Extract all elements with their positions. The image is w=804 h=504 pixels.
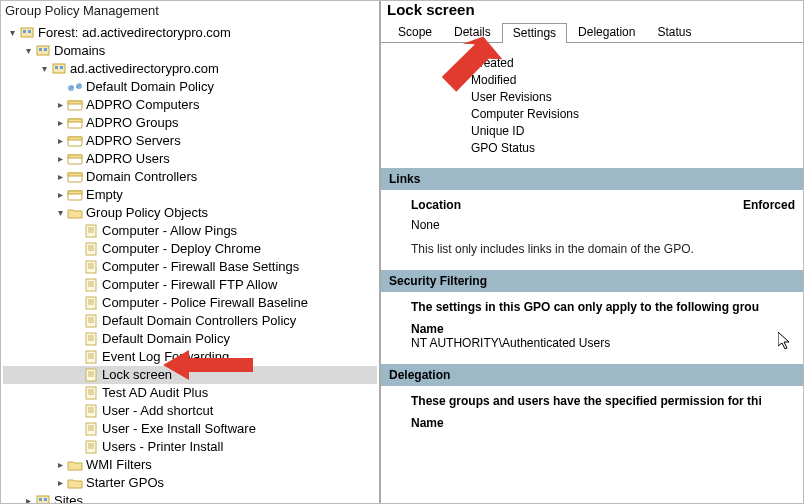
svg-rect-12 (68, 101, 82, 104)
domain-icon (51, 61, 67, 77)
chevron-down-icon[interactable]: ▾ (53, 205, 67, 221)
tab-settings[interactable]: Settings (502, 23, 567, 43)
ou-icon (67, 115, 83, 131)
svg-rect-31 (86, 261, 96, 273)
chevron-right-icon[interactable]: ▸ (53, 115, 67, 131)
tree-label: Sites (54, 491, 83, 503)
tree-gpo-item[interactable]: Users - Printer Install (3, 438, 377, 456)
tree-gpo-item[interactable]: Computer - Police Firewall Baseline (3, 294, 377, 312)
tree: ▾ Forest: ad.activedirectorypro.com ▾ Do… (1, 20, 379, 503)
svg-rect-5 (44, 48, 47, 51)
tab-strip: Scope Details Settings Delegation Status (381, 22, 803, 43)
svg-rect-71 (86, 441, 96, 453)
svg-rect-7 (55, 66, 58, 69)
svg-rect-75 (37, 496, 49, 503)
gpo-icon (83, 385, 99, 401)
tree-domains[interactable]: ▾ Domains (3, 42, 377, 60)
tab-details[interactable]: Details (443, 22, 502, 42)
section-delegation-header: Delegation (381, 364, 803, 386)
field-unique-id: Unique ID (471, 124, 795, 138)
ou-icon (67, 187, 83, 203)
tree-gpo-item[interactable]: Computer - Firewall FTP Allow (3, 276, 377, 294)
page-title: Lock screen (381, 1, 803, 20)
svg-rect-59 (86, 387, 96, 399)
svg-rect-3 (37, 46, 49, 55)
tree-forest[interactable]: ▾ Forest: ad.activedirectorypro.com (3, 24, 377, 42)
gpo-icon (83, 241, 99, 257)
ou-icon (67, 169, 83, 185)
tree-gpo-item[interactable]: Computer - Deploy Chrome (3, 240, 377, 258)
svg-rect-51 (86, 351, 96, 363)
field-created: Created (471, 56, 795, 70)
chevron-right-icon[interactable]: ▸ (53, 169, 67, 185)
chevron-down-icon[interactable]: ▾ (5, 25, 19, 41)
col-name: Name (411, 322, 795, 336)
svg-rect-63 (86, 405, 96, 417)
col-location: Location (411, 198, 743, 212)
tree-domain-controllers[interactable]: ▸ Domain Controllers (3, 168, 377, 186)
section-links-header: Links (381, 168, 803, 190)
gpo-icon (83, 295, 99, 311)
tree-adpro-computers[interactable]: ▸ ADPRO Computers (3, 96, 377, 114)
ou-icon (67, 151, 83, 167)
gpo-icon (83, 331, 99, 347)
svg-rect-77 (44, 498, 47, 501)
tree-gpo-container[interactable]: ▾ Group Policy Objects (3, 204, 377, 222)
svg-rect-23 (86, 225, 96, 237)
svg-rect-35 (86, 279, 96, 291)
tree-sites[interactable]: ▸ Sites (3, 492, 377, 503)
tree-gpo-item[interactable]: Event Log Forwarding (3, 348, 377, 366)
chevron-right-icon[interactable]: ▸ (53, 475, 67, 491)
svg-rect-16 (68, 137, 82, 140)
tree-gpo-item[interactable]: Default Domain Policy (3, 330, 377, 348)
field-computer-revisions: Computer Revisions (471, 107, 795, 121)
tree-gpo-item[interactable]: Computer - Allow Pings (3, 222, 377, 240)
domains-icon (35, 43, 51, 59)
chevron-down-icon[interactable]: ▾ (21, 43, 35, 59)
gpo-icon (83, 403, 99, 419)
svg-rect-67 (86, 423, 96, 435)
tree-domain[interactable]: ▾ ad.activedirectorypro.com (3, 60, 377, 78)
tree-gpo-item[interactable]: Computer - Firewall Base Settings (3, 258, 377, 276)
chevron-down-icon[interactable]: ▾ (37, 61, 51, 77)
tree-gpo-item[interactable]: User - Add shortcut (3, 402, 377, 420)
tree-gpo-item[interactable]: Default Domain Controllers Policy (3, 312, 377, 330)
tree-empty[interactable]: ▸ Empty (3, 186, 377, 204)
tree-adpro-users[interactable]: ▸ ADPRO Users (3, 150, 377, 168)
chevron-right-icon[interactable]: ▸ (21, 493, 35, 503)
svg-rect-39 (86, 297, 96, 309)
tree-starter-gpos[interactable]: ▸ Starter GPOs (3, 474, 377, 492)
gpo-icon (83, 349, 99, 365)
tree-gpo-lock-screen[interactable]: Lock screen (3, 366, 377, 384)
tree-default-domain-policy[interactable]: Default Domain Policy (3, 78, 377, 96)
col-enforced: Enforced (743, 198, 795, 212)
forest-icon (19, 25, 35, 41)
field-gpo-status: GPO Status (471, 141, 795, 155)
chevron-right-icon[interactable]: ▸ (53, 457, 67, 473)
tree-wmi-filters[interactable]: ▸ WMI Filters (3, 456, 377, 474)
section-secfilter-header: Security Filtering (381, 270, 803, 292)
tree-adpro-servers[interactable]: ▸ ADPRO Servers (3, 132, 377, 150)
links-note: This list only includes links in the dom… (411, 242, 795, 256)
svg-rect-55 (86, 369, 96, 381)
ou-icon (67, 133, 83, 149)
tab-delegation[interactable]: Delegation (567, 22, 646, 42)
tab-status[interactable]: Status (646, 22, 702, 42)
chevron-right-icon[interactable]: ▸ (53, 187, 67, 203)
secfilter-value: NT AUTHORITY\Authenticated Users (411, 336, 795, 350)
chevron-right-icon[interactable]: ▸ (53, 133, 67, 149)
gpo-icon (83, 277, 99, 293)
gpmc-window: Group Policy Management ▾ Forest: ad.act… (0, 0, 804, 504)
svg-rect-14 (68, 119, 82, 122)
chevron-right-icon[interactable]: ▸ (53, 97, 67, 113)
field-modified: Modified (471, 73, 795, 87)
col-name: Name (411, 416, 795, 430)
gpo-icon (83, 421, 99, 437)
tab-scope[interactable]: Scope (387, 22, 443, 42)
tree-gpo-item[interactable]: Test AD Audit Plus (3, 384, 377, 402)
tree-adpro-groups[interactable]: ▸ ADPRO Groups (3, 114, 377, 132)
folder-icon (67, 475, 83, 491)
links-none: None (411, 218, 795, 232)
tree-gpo-item[interactable]: User - Exe Install Software (3, 420, 377, 438)
chevron-right-icon[interactable]: ▸ (53, 151, 67, 167)
